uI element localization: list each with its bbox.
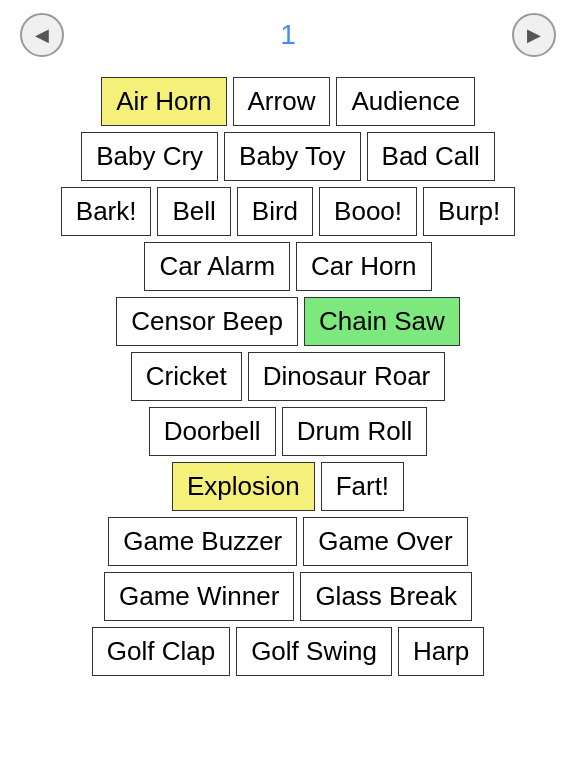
sound-button[interactable]: Fart! — [321, 462, 404, 511]
sound-button[interactable]: Game Buzzer — [108, 517, 297, 566]
sound-row: Censor BeepChain Saw — [113, 294, 463, 349]
sound-button[interactable]: Bell — [157, 187, 230, 236]
next-icon: ▶ — [527, 24, 541, 46]
prev-button[interactable]: ◀ — [20, 13, 64, 57]
sound-button[interactable]: Game Over — [303, 517, 467, 566]
prev-icon: ◀ — [35, 24, 49, 46]
sound-button[interactable]: Censor Beep — [116, 297, 298, 346]
sound-row: Game WinnerGlass Break — [101, 569, 475, 624]
sound-button[interactable]: Air Horn — [101, 77, 226, 126]
sound-button[interactable]: Baby Toy — [224, 132, 360, 181]
sound-row: ExplosionFart! — [169, 459, 407, 514]
sound-button[interactable]: Chain Saw — [304, 297, 460, 346]
sound-button[interactable]: Car Horn — [296, 242, 431, 291]
sound-button[interactable]: Glass Break — [300, 572, 472, 621]
sound-button[interactable]: Golf Clap — [92, 627, 230, 676]
sound-button[interactable]: Cricket — [131, 352, 242, 401]
sound-button[interactable]: Baby Cry — [81, 132, 218, 181]
sound-button[interactable]: Car Alarm — [144, 242, 290, 291]
sound-grid: Air HornArrowAudienceBaby CryBaby ToyBad… — [0, 70, 576, 683]
sound-button[interactable]: Harp — [398, 627, 484, 676]
sound-button[interactable]: Explosion — [172, 462, 315, 511]
sound-button[interactable]: Dinosaur Roar — [248, 352, 446, 401]
sound-button[interactable]: Burp! — [423, 187, 515, 236]
next-button[interactable]: ▶ — [512, 13, 556, 57]
sound-row: DoorbellDrum Roll — [146, 404, 430, 459]
sound-row: Game BuzzerGame Over — [105, 514, 470, 569]
sound-button[interactable]: Drum Roll — [282, 407, 428, 456]
sound-button[interactable]: Bad Call — [367, 132, 495, 181]
sound-button[interactable]: Arrow — [233, 77, 331, 126]
header: ◀ 1 ▶ — [0, 0, 576, 70]
sound-row: Car AlarmCar Horn — [141, 239, 434, 294]
sound-button[interactable]: Bark! — [61, 187, 152, 236]
sound-button[interactable]: Audience — [336, 77, 474, 126]
sound-button[interactable]: Bird — [237, 187, 313, 236]
sound-row: CricketDinosaur Roar — [128, 349, 449, 404]
page-number: 1 — [280, 19, 296, 51]
sound-row: Bark!BellBirdBooo!Burp! — [58, 184, 518, 239]
sound-button[interactable]: Doorbell — [149, 407, 276, 456]
sound-row: Baby CryBaby ToyBad Call — [78, 129, 498, 184]
sound-button[interactable]: Booo! — [319, 187, 417, 236]
sound-button[interactable]: Game Winner — [104, 572, 294, 621]
sound-button[interactable]: Golf Swing — [236, 627, 392, 676]
sound-row: Air HornArrowAudience — [98, 74, 478, 129]
sound-row: Golf ClapGolf SwingHarp — [89, 624, 487, 679]
